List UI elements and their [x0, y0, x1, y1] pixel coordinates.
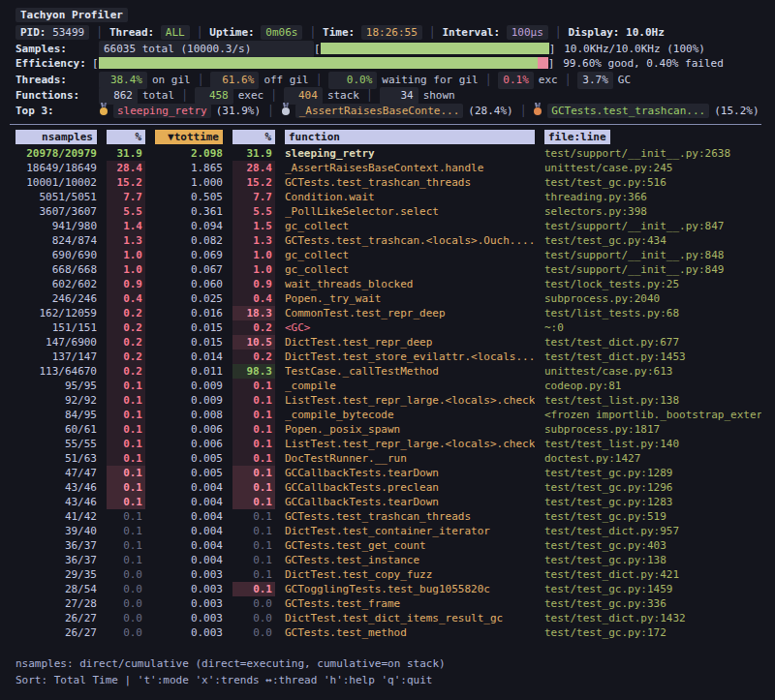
tottime-cell: 0.006	[155, 422, 223, 437]
cumulative-percent-cell: 0.1	[232, 451, 275, 466]
table-row[interactable]: 29/35 0.0 0.003 0.1 DictTest.test_copy_f…	[16, 567, 767, 582]
direct-percent-cell: 0.2	[107, 335, 145, 350]
direct-percent-cell: 0.1	[107, 408, 145, 422]
cumulative-percent-cell: 98.3	[232, 364, 275, 379]
nsamples-cell: 27/28	[16, 596, 97, 611]
tottime-cell: 0.005	[155, 466, 223, 480]
separator: │	[309, 26, 316, 39]
table-row[interactable]: 162/12059 0.2 0.016 18.3 CommonTest.test…	[16, 306, 767, 320]
fileline-cell: test/test_dict.py:1432	[544, 611, 761, 625]
fileline-cell: test/support/__init__.py:848	[544, 248, 761, 262]
fileline-cell: test/test_gc.py:172	[544, 625, 761, 640]
table-row[interactable]: 92/92 0.1 0.009 0.1 ListTest.test_repr_l…	[16, 393, 767, 408]
efficiency-label: Efficiency:	[16, 56, 92, 72]
fileline-cell: test/test_dict.py:677	[544, 335, 761, 350]
table-row[interactable]: 690/690 1.0 0.069 1.0 gc_collect test/su…	[16, 248, 767, 262]
direct-percent-cell: 0.1	[107, 524, 145, 538]
nsamples-cell: 20978/20979	[16, 146, 97, 161]
bronze-medal-icon	[533, 103, 542, 116]
table-row[interactable]: 55/55 0.1 0.006 0.1 ListTest.test_repr_l…	[16, 437, 767, 451]
table-row[interactable]: 246/246 0.4 0.025 0.4 Popen._try_wait su…	[16, 291, 767, 306]
functions-shown-stat: 34shown	[380, 89, 455, 102]
tottime-cell: 0.004	[155, 495, 223, 509]
direct-percent-cell: 0.1	[107, 480, 145, 495]
direct-percent-cell: 0.1	[107, 379, 145, 393]
app-title: Tachyon Profiler	[16, 8, 128, 22]
table-row[interactable]: 137/147 0.2 0.014 0.2 DictTest.test_stor…	[16, 350, 767, 364]
table-row[interactable]: 20978/20979 31.9 2.098 31.9 sleeping_ret…	[16, 146, 767, 161]
function-cell: GCTests.test_instance	[285, 553, 535, 567]
table-row[interactable]: 43/46 0.1 0.004 0.1 GCCallbackTests.tear…	[16, 495, 767, 509]
table-row[interactable]: 28/54 0.0 0.003 0.1 GCTogglingTests.test…	[16, 582, 767, 596]
fileline-cell: test/test_gc.py:1283	[544, 495, 761, 509]
table-row[interactable]: 47/47 0.1 0.005 0.1 GCCallbackTests.tear…	[16, 466, 767, 480]
cumulative-percent-cell: 0.2	[232, 350, 275, 364]
cumulative-percent-cell: 0.1	[232, 509, 275, 524]
cumulative-percent-cell: 0.0	[232, 596, 275, 611]
table-row[interactable]: 113/64670 0.2 0.011 98.3 TestCase._callT…	[16, 364, 767, 379]
column-header-cumulative-percent[interactable]: %	[232, 130, 275, 144]
column-header-tottime-sorted[interactable]: ▼tottime	[155, 130, 223, 144]
table-row[interactable]: 39/40 0.1 0.004 0.1 DictTest.test_contai…	[16, 524, 767, 538]
direct-percent-cell: 0.1	[107, 437, 145, 451]
column-header-fileline[interactable]: file:line	[544, 130, 610, 144]
footer-keybindings: Sort: Total Time | 't':mode 'x':trends ↔…	[16, 672, 767, 688]
direct-percent-cell: 0.0	[107, 625, 145, 640]
gil-on-stat: 38.4%on gil	[99, 74, 191, 86]
table-row[interactable]: 147/6900 0.2 0.015 10.5 DictTest.test_re…	[16, 335, 767, 350]
functions-label: Functions:	[16, 88, 99, 104]
separator: │	[267, 105, 274, 117]
fileline-cell: test/test_list.py:138	[544, 393, 761, 408]
table-row[interactable]: 941/980 1.4 0.094 1.5 gc_collect test/su…	[16, 219, 767, 233]
table-row[interactable]: 36/37 0.1 0.004 0.1 GCTests.test_get_cou…	[16, 538, 767, 553]
nsamples-cell: 26/27	[16, 625, 97, 640]
table-row[interactable]: 10001/10002 15.2 1.000 15.2 GCTests.test…	[16, 175, 767, 190]
separator: │	[555, 26, 562, 39]
cumulative-percent-cell: 15.2	[232, 175, 275, 190]
table-row[interactable]: 95/95 0.1 0.009 0.1 _compile codeop.py:8…	[16, 379, 767, 393]
cumulative-percent-cell: 1.5	[232, 219, 275, 233]
table-row[interactable]: 3607/3607 5.5 0.361 5.5 _PollLikeSelecto…	[16, 204, 767, 219]
tottime-cell: 0.015	[155, 335, 223, 350]
fileline-cell: test/test_gc.py:1289	[544, 466, 761, 480]
table-row[interactable]: 36/37 0.1 0.004 0.1 GCTests.test_instanc…	[16, 553, 767, 567]
table-row[interactable]: 5051/5051 7.7 0.505 7.7 Condition.wait t…	[16, 190, 767, 204]
tottime-cell: 0.003	[155, 567, 223, 582]
efficiency-text: 99.60% good, 0.40% failed	[563, 57, 724, 70]
nsamples-cell: 941/980	[16, 219, 97, 233]
threads-label: Threads:	[16, 73, 99, 88]
function-cell: GCTests.test_trashcan_threads	[285, 509, 535, 524]
function-cell: DictTest.test_repr_deep	[285, 335, 535, 350]
table-row[interactable]: 602/602 0.9 0.060 0.9 wait_threads_block…	[16, 277, 767, 291]
tottime-cell: 0.011	[155, 364, 223, 379]
cumulative-percent-cell: 0.0	[232, 611, 275, 625]
fileline-cell: doctest.py:1427	[544, 451, 761, 466]
table-row[interactable]: 51/63 0.1 0.005 0.1 DocTestRunner.__run …	[16, 451, 767, 466]
footer-legend: nsamples: direct/cumulative (direct=exec…	[16, 655, 767, 672]
table-row[interactable]: 26/27 0.0 0.003 0.0 GCTests.test_method …	[16, 625, 767, 640]
table-row[interactable]: 27/28 0.0 0.003 0.0 GCTests.test_frame t…	[16, 596, 767, 611]
fileline-cell: ~:0	[544, 320, 761, 335]
direct-percent-cell: 0.9	[107, 277, 145, 291]
nsamples-cell: 36/37	[16, 553, 97, 567]
column-header-nsamples[interactable]: nsamples	[16, 130, 97, 144]
cumulative-percent-cell: 0.1	[232, 582, 275, 596]
table-row[interactable]: 43/46 0.1 0.004 0.1 GCCallbackTests.prec…	[16, 480, 767, 495]
nsamples-cell: 5051/5051	[16, 190, 97, 204]
table-row[interactable]: 151/151 0.2 0.015 0.2 <GC> ~:0	[16, 320, 767, 335]
top3-label: Top 3:	[16, 103, 99, 120]
tottime-cell: 0.094	[155, 219, 223, 233]
thread-value[interactable]: ALL	[161, 25, 190, 40]
table-row[interactable]: 41/42 0.1 0.004 0.1 GCTests.test_trashca…	[16, 509, 767, 524]
table-row[interactable]: 26/27 0.0 0.003 0.0 DictTest.test_dict_i…	[16, 611, 767, 625]
column-header-function[interactable]: function	[285, 130, 535, 144]
table-row[interactable]: 18649/18649 28.4 1.865 28.4 _AssertRaise…	[16, 161, 767, 175]
functions-exec-stat: 458exec	[195, 89, 264, 102]
table-row[interactable]: 824/874 1.3 0.082 1.3 GCTests.test_trash…	[16, 233, 767, 248]
table-row[interactable]: 60/61 0.1 0.006 0.1 Popen._posix_spawn s…	[16, 422, 767, 437]
table-row[interactable]: 84/95 0.1 0.008 0.1 _compile_bytecode <f…	[16, 408, 767, 422]
table-row[interactable]: 668/668 1.0 0.067 1.0 gc_collect test/su…	[16, 262, 767, 277]
tottime-cell: 1.865	[155, 161, 223, 175]
gil-off-stat: 61.6%off gil	[210, 74, 308, 86]
column-header-direct-percent[interactable]: %	[107, 130, 145, 144]
